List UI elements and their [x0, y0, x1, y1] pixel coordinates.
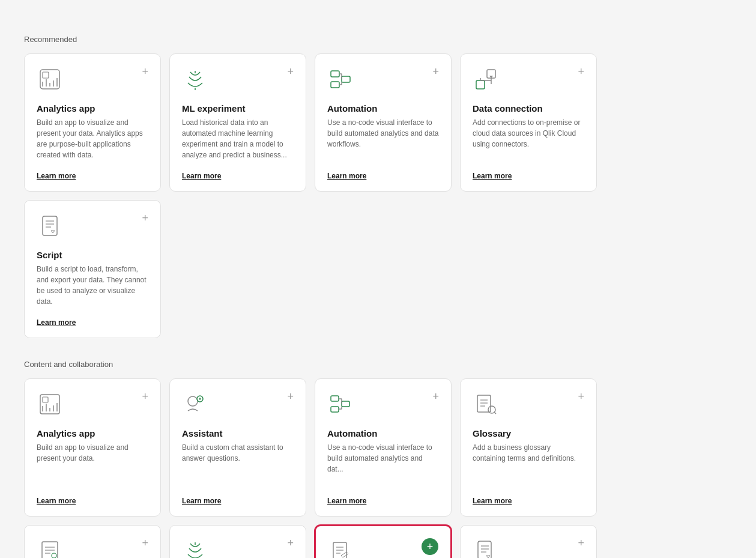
svg-rect-16 [476, 80, 485, 89]
knowledge-base-icon [37, 538, 63, 558]
card-assistant-cc[interactable]: +AssistantBuild a custom chat assistant … [169, 378, 306, 517]
script-icon [37, 213, 63, 239]
card-title-analytics-app-cc: Analytics app [37, 428, 148, 438]
ml-icon [182, 66, 208, 92]
card-link-assistant-cc[interactable]: Learn more [182, 497, 294, 505]
svg-rect-36 [331, 407, 339, 412]
card-add-analytics-app-cc[interactable]: + [142, 391, 148, 402]
card-add-script-rec[interactable]: + [142, 213, 148, 223]
card-link-data-connection-rec[interactable]: Learn more [473, 172, 584, 180]
svg-line-47 [494, 412, 496, 414]
automation-icon [327, 66, 354, 92]
data-connection-icon [473, 66, 499, 92]
card-note-cc[interactable]: +NoteCreate a personal or shared analysi… [315, 525, 452, 558]
card-link-ml-experiment-rec[interactable]: Learn more [182, 172, 294, 180]
card-link-analytics-app-cc[interactable]: Learn more [37, 497, 148, 505]
analytics-icon [37, 66, 63, 92]
card-desc-assistant-cc: Build a custom chat assistant to answer … [182, 442, 294, 490]
card-add-ml-experiment-cc[interactable]: + [287, 538, 294, 548]
card-link-automation-cc[interactable]: Learn more [327, 497, 439, 505]
card-analytics-app-rec[interactable]: +Analytics appBuild an app to visualize … [24, 53, 161, 192]
card-desc-analytics-app-rec: Build an app to visualize and present yo… [37, 117, 148, 165]
card-ml-experiment-cc[interactable]: +ML experimentLoad historical data into … [169, 525, 306, 558]
section-recommended: Recommended +Analytics appBuild an app t… [24, 35, 732, 338]
card-title-ml-experiment-rec: ML experiment [182, 103, 294, 114]
card-desc-data-connection-rec: Add connections to on-premise or cloud d… [473, 117, 584, 165]
card-automation-cc[interactable]: +AutomationUse a no-code visual interfac… [315, 378, 452, 517]
card-desc-glossary-cc: Add a business glossary containing terms… [473, 442, 584, 490]
card-link-script-rec[interactable]: Learn more [37, 318, 148, 327]
card-link-automation-rec[interactable]: Learn more [327, 172, 439, 180]
card-title-script-rec: Script [37, 250, 148, 260]
card-add-ml-experiment-rec[interactable]: + [287, 66, 294, 77]
svg-point-31 [188, 396, 198, 406]
card-add-note-cc[interactable]: + [422, 538, 438, 555]
section-content-collab: Content and collaboration +Analytics app… [24, 360, 732, 558]
svg-rect-8 [331, 71, 339, 77]
ml-icon-2 [182, 538, 208, 558]
cards-grid-content-collab: +Analytics appBuild an app to visualize … [24, 378, 732, 558]
card-knowledge-base-cc[interactable]: +Knowledge baseOrganize unstructured dat… [24, 525, 161, 558]
card-link-analytics-app-rec[interactable]: Learn more [37, 172, 148, 180]
svg-rect-10 [342, 76, 350, 82]
svg-rect-35 [331, 396, 339, 401]
card-desc-analytics-app-cc: Build an app to visualize and present yo… [37, 442, 148, 490]
svg-rect-25 [43, 397, 48, 402]
automation-icon-2 [327, 391, 354, 417]
svg-point-52 [52, 553, 56, 558]
card-desc-automation-rec: Use a no-code visual interface to build … [327, 117, 439, 165]
card-add-assistant-cc[interactable]: + [287, 391, 294, 402]
script-icon-2 [473, 538, 499, 558]
svg-rect-37 [342, 401, 349, 407]
svg-rect-9 [331, 82, 339, 88]
card-title-assistant-cc: Assistant [182, 428, 294, 438]
card-add-knowledge-base-cc[interactable]: + [142, 538, 148, 548]
card-ml-experiment-rec[interactable]: +ML experimentLoad historical data into … [169, 53, 306, 192]
assistant-icon [182, 391, 208, 417]
card-title-glossary-cc: Glossary [473, 428, 584, 438]
card-title-automation-rec: Automation [327, 103, 439, 114]
svg-rect-1 [43, 72, 49, 78]
analytics-icon-2 [37, 391, 63, 417]
note-icon [328, 538, 354, 558]
cards-grid-recommended: +Analytics appBuild an app to visualize … [24, 53, 732, 338]
card-title-data-connection-rec: Data connection [473, 103, 584, 114]
card-desc-ml-experiment-rec: Load historical data into an automated m… [182, 117, 294, 165]
card-add-automation-rec[interactable]: + [432, 66, 439, 77]
card-link-glossary-cc[interactable]: Learn more [473, 497, 584, 505]
card-add-glossary-cc[interactable]: + [578, 391, 584, 402]
card-script-cc[interactable]: +ScriptBuild a script to load, transform… [460, 525, 597, 558]
card-add-analytics-app-rec[interactable]: + [142, 66, 148, 77]
card-add-automation-cc[interactable]: + [432, 391, 439, 402]
glossary-icon [473, 391, 499, 417]
section-label-recommended: Recommended [24, 35, 732, 44]
card-glossary-cc[interactable]: +GlossaryAdd a business glossary contain… [460, 378, 597, 517]
card-add-data-connection-rec[interactable]: + [578, 66, 584, 77]
card-title-analytics-app-rec: Analytics app [37, 103, 148, 114]
card-automation-rec[interactable]: +AutomationUse a no-code visual interfac… [315, 53, 452, 192]
card-add-script-cc[interactable]: + [578, 538, 584, 548]
section-label-content-collab: Content and collaboration [24, 360, 732, 369]
card-desc-script-rec: Build a script to load, transform, and e… [37, 264, 148, 311]
card-analytics-app-cc[interactable]: +Analytics appBuild an app to visualize … [24, 378, 161, 517]
card-title-automation-cc: Automation [327, 428, 439, 438]
svg-rect-20 [43, 216, 57, 235]
card-script-rec[interactable]: +ScriptBuild a script to load, transform… [24, 200, 161, 338]
card-desc-automation-cc: Use a no-code visual interface to build … [327, 442, 439, 490]
card-data-connection-rec[interactable]: +Data connectionAdd connections to on-pr… [460, 53, 597, 192]
